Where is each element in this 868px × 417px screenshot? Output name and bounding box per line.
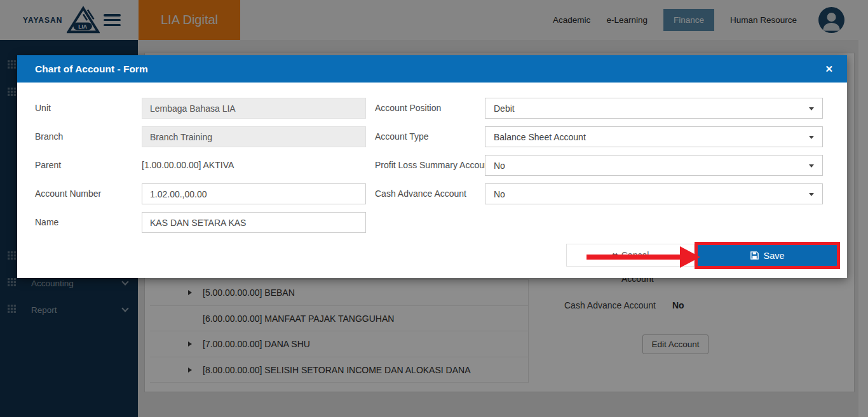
profit-loss-label: Profit Loss Summary Account	[375, 155, 492, 176]
dropdown-caret-icon	[809, 164, 814, 168]
account-type-select[interactable]: Balance Sheet Account	[485, 126, 823, 147]
branch-label: Branch	[35, 126, 63, 147]
arrow-shaft	[587, 255, 681, 260]
account-position-label: Account Position	[375, 98, 441, 119]
account-position-select[interactable]: Debit	[485, 98, 823, 119]
parent-value: [1.00.00.00.00] AKTIVA	[142, 155, 234, 176]
profit-loss-select[interactable]: No	[485, 155, 823, 176]
unit-label: Unit	[35, 98, 51, 119]
dropdown-caret-icon	[809, 107, 814, 110]
name-label: Name	[35, 212, 58, 233]
profit-loss-value: No	[494, 161, 505, 171]
save-button-red-highlight: Save	[695, 242, 840, 269]
arrow-head	[680, 246, 700, 268]
parent-label: Parent	[35, 155, 61, 176]
modal-title: Chart of Account - Form	[35, 55, 148, 83]
cash-advance-select-label: Cash Advance Account	[375, 183, 466, 204]
dropdown-caret-icon	[809, 136, 814, 139]
cash-advance-select[interactable]: No	[485, 183, 823, 204]
dropdown-caret-icon	[809, 193, 814, 196]
page: YAYASAN LIA LIA Digital Academic e-Learn…	[0, 0, 868, 417]
chart-of-account-form-modal: Chart of Account - Form ✕ Unit Branch Pa…	[17, 55, 847, 278]
branch-field	[142, 126, 366, 147]
save-floppy-icon	[750, 251, 759, 260]
save-label: Save	[763, 251, 784, 261]
account-number-field[interactable]	[142, 183, 366, 204]
cash-advance-select-value: No	[494, 189, 505, 199]
account-position-value: Debit	[494, 103, 515, 114]
account-number-label: Account Number	[35, 183, 101, 204]
unit-field	[142, 98, 366, 119]
close-icon[interactable]: ✕	[825, 55, 833, 83]
account-type-value: Balance Sheet Account	[494, 132, 586, 142]
save-button[interactable]: Save	[698, 245, 837, 266]
modal-header: Chart of Account - Form ✕	[17, 55, 847, 83]
name-field[interactable]	[142, 212, 366, 233]
account-type-label: Account Type	[375, 126, 429, 147]
